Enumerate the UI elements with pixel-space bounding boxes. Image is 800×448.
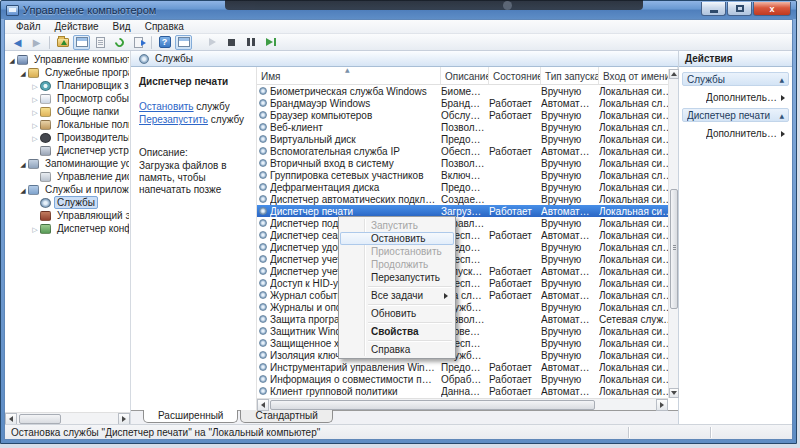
context-menu-item[interactable]: Все задачи <box>340 289 454 302</box>
table-row[interactable]: Диспетчер учетных записей безопасности З… <box>257 265 678 277</box>
twisty-icon[interactable] <box>30 93 40 104</box>
scroll-thumb[interactable] <box>270 400 595 410</box>
toolbar-button[interactable] <box>242 35 259 50</box>
minimize-icon[interactable] <box>701 2 726 16</box>
column-header-startup-type[interactable]: Тип запуска <box>541 67 599 84</box>
context-menu-item[interactable]: Обновить <box>340 307 454 320</box>
column-header-logon-as[interactable]: Вход от имени <box>599 67 678 84</box>
tree-item[interactable]: Управляющий элемент WMI <box>5 209 130 222</box>
column-header-name[interactable]: Имя▲ <box>257 67 441 84</box>
table-row[interactable]: Виртуальный диск Предоставление служб уп… <box>257 133 678 145</box>
tree-item[interactable]: Службы и приложения <box>5 183 130 196</box>
scroll-up-icon[interactable] <box>669 69 679 79</box>
toolbar-button[interactable] <box>175 35 192 50</box>
menu-item[interactable]: Файл <box>9 20 48 34</box>
table-row[interactable]: Клиент групповой политики Данная служба … <box>257 385 678 397</box>
menu-item[interactable]: Справка <box>138 20 191 34</box>
column-header-description[interactable]: Описание <box>441 67 489 84</box>
scroll-right-icon[interactable] <box>118 413 130 425</box>
context-menu-item[interactable]: Остановить <box>340 232 454 245</box>
table-row[interactable]: Диспетчер удостоверения сетевых участник… <box>257 241 678 253</box>
toolbar-button[interactable] <box>194 35 202 50</box>
scroll-left-icon[interactable] <box>5 413 17 425</box>
scroll-track[interactable] <box>269 399 656 411</box>
toolbar-button[interactable] <box>130 35 147 50</box>
table-row[interactable]: Вспомогательная служба IP Обеспечивает в… <box>257 145 678 157</box>
table-row[interactable]: Инструментарий управления Windows Предос… <box>257 361 678 373</box>
tree-item[interactable]: Запоминающие устройства <box>5 157 130 170</box>
actions-row[interactable]: Службы <box>682 72 789 86</box>
twisty-icon[interactable] <box>18 184 28 195</box>
toolbar-button[interactable] <box>204 35 221 50</box>
table-row[interactable]: Защита программного обеспечения Позволяе… <box>257 313 678 325</box>
tree-item[interactable]: Диспетчер устройств <box>5 144 130 157</box>
menu-item[interactable]: Вид <box>106 20 138 34</box>
tree-item[interactable]: Управление дисками <box>5 170 130 183</box>
twisty-icon[interactable] <box>30 132 40 143</box>
table-row[interactable]: Группировка сетевых участников Включает … <box>257 169 678 181</box>
twisty-icon[interactable] <box>30 106 40 117</box>
tree-horizontal-scrollbar[interactable] <box>5 412 130 424</box>
actions-row[interactable]: Дополнительные действия <box>682 90 789 105</box>
table-row[interactable]: Брандмауэр Windows Брандмауэр Windows по… <box>257 97 678 109</box>
table-row[interactable]: Диспетчер сеансов диспетчера окон рабоче… <box>257 229 678 241</box>
twisty-icon[interactable] <box>18 158 28 169</box>
toolbar-button[interactable] <box>49 36 50 49</box>
scroll-left-icon[interactable] <box>257 399 269 411</box>
toolbar-button[interactable] <box>223 35 240 50</box>
tree-item[interactable]: Общие папки <box>5 105 130 118</box>
table-row[interactable]: Диспетчер автоматических подключений уда… <box>257 193 678 205</box>
twisty-icon[interactable] <box>7 54 17 65</box>
menu-item[interactable]: Действие <box>48 20 106 34</box>
actions-row[interactable]: Диспетчер печати <box>682 108 789 122</box>
scroll-thumb[interactable] <box>670 189 678 309</box>
scroll-right-icon[interactable] <box>656 399 668 411</box>
close-icon[interactable]: x <box>753 2 791 16</box>
toolbar-button[interactable] <box>54 35 71 50</box>
table-row[interactable]: Доступ к HID-устройствам Обеспечивает ун… <box>257 277 678 289</box>
twisty-icon[interactable] <box>30 80 40 91</box>
toolbar-button[interactable] <box>151 36 152 49</box>
scroll-track[interactable] <box>17 413 118 425</box>
toolbar-button[interactable] <box>73 35 90 50</box>
tree-item[interactable]: Производительность <box>5 131 130 144</box>
context-menu-item[interactable]: Свойства <box>340 325 454 338</box>
twisty-icon[interactable] <box>30 119 40 130</box>
twisty-icon[interactable] <box>30 223 40 234</box>
table-row[interactable]: Веб-клиент Позволяет программам Windows … <box>257 121 678 133</box>
scroll-down-icon[interactable] <box>669 388 679 398</box>
tree-item[interactable]: Планировщик заданий <box>5 79 130 92</box>
actions-row[interactable]: Дополнительные действия <box>682 126 789 141</box>
table-row[interactable]: Журналы и оповещения производительности … <box>257 301 678 313</box>
scroll-thumb[interactable] <box>19 414 61 424</box>
table-row[interactable]: Диспетчер подключений удаленного доступа… <box>257 217 678 229</box>
tree-item[interactable]: Управление компьютером (локальным) <box>5 53 130 66</box>
toolbar-button[interactable] <box>156 35 173 50</box>
context-menu-item[interactable]: Продолжить <box>340 258 454 271</box>
toolbar-button[interactable] <box>261 35 278 50</box>
context-menu-item[interactable]: Приостановить <box>340 245 454 258</box>
toolbar-button[interactable] <box>9 35 26 50</box>
context-menu-item[interactable]: Перезапустить <box>340 271 454 284</box>
table-row[interactable]: Защитник Windows Проверяет компьютер на … <box>257 325 678 337</box>
tree-item[interactable]: Службы <box>5 196 130 209</box>
tree-item[interactable]: Служебные программы <box>5 66 130 79</box>
service-action-link[interactable]: Перезапустить <box>139 114 208 125</box>
list-vertical-scrollbar[interactable] <box>668 69 678 398</box>
view-tab[interactable]: Стандартный <box>240 410 332 423</box>
table-row[interactable]: Браузер компьютеров Обслуживает список к… <box>257 109 678 121</box>
maximize-icon[interactable] <box>727 2 752 16</box>
toolbar-button[interactable] <box>92 35 109 50</box>
column-header-state[interactable]: Состояние <box>489 67 541 84</box>
table-row[interactable]: Защищенное хранилище Обеспечивает защище… <box>257 337 678 349</box>
table-row[interactable]: Информация о совместимости приложений Об… <box>257 373 678 385</box>
twisty-icon[interactable] <box>18 67 28 78</box>
service-action-link[interactable]: Остановить <box>139 101 194 112</box>
table-row[interactable]: Вторичный вход в систему Позволяет запус… <box>257 157 678 169</box>
context-menu-item[interactable]: Запустить <box>340 219 454 232</box>
view-tab[interactable]: Расширенный <box>143 410 238 423</box>
context-menu-item[interactable] <box>368 304 452 305</box>
list-horizontal-scrollbar[interactable] <box>257 398 668 410</box>
tree-item[interactable]: Просмотр событий <box>5 92 130 105</box>
table-row[interactable]: Изоляция ключей CNG Служба изоляции ключ… <box>257 349 678 361</box>
